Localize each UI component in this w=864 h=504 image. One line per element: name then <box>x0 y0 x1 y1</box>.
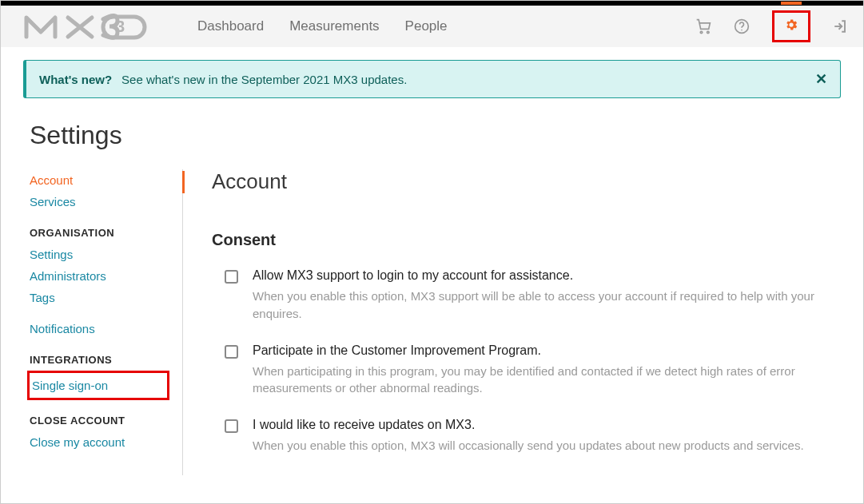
close-icon[interactable]: ✕ <box>815 70 827 88</box>
settings-button-highlight <box>772 10 810 42</box>
sidebar-header-close-account: CLOSE ACCOUNT <box>30 415 173 427</box>
topbar: 3 Dashboard Measurements People <box>1 6 863 47</box>
sidebar-header-integrations: INTEGRATIONS <box>30 354 173 366</box>
consent-option: Allow MX3 support to login to my account… <box>212 268 841 323</box>
cart-icon[interactable] <box>695 18 711 34</box>
checkbox[interactable] <box>225 270 238 284</box>
consent-option: I would like to receive updates on MX3. … <box>212 418 841 454</box>
gear-icon[interactable] <box>784 18 798 32</box>
checkbox[interactable] <box>225 345 238 359</box>
option-label: Participate in the Customer Improvement … <box>253 343 841 358</box>
sidebar-item-account[interactable]: Account <box>30 169 173 191</box>
logo[interactable]: 3 <box>23 13 159 40</box>
sidebar-item-administrators[interactable]: Administrators <box>30 265 173 287</box>
sidebar-header-organisation: ORGANISATION <box>30 227 173 239</box>
sidebar-item-settings[interactable]: Settings <box>30 244 173 265</box>
option-label: Allow MX3 support to login to my account… <box>253 268 841 283</box>
sidebar: Account Services ORGANISATION Settings A… <box>30 169 183 475</box>
content: Account Consent Allow MX3 support to log… <box>183 169 841 475</box>
svg-text:3: 3 <box>116 18 125 35</box>
sidebar-item-close-account[interactable]: Close my account <box>30 431 173 453</box>
sidebar-item-sso[interactable]: Single sign-on <box>30 375 162 396</box>
topbar-right <box>695 10 847 42</box>
option-label: I would like to receive updates on MX3. <box>253 418 804 432</box>
option-desc: When you enable this option, MX3 support… <box>253 288 841 323</box>
sub-title: Consent <box>212 231 841 249</box>
sso-highlight: Single sign-on <box>27 371 169 400</box>
option-desc: When you enable this option, MX3 will oc… <box>253 437 804 454</box>
nav-measurements[interactable]: Measurements <box>289 18 379 34</box>
nav-people[interactable]: People <box>405 18 448 34</box>
main-nav: Dashboard Measurements People <box>197 18 448 34</box>
checkbox[interactable] <box>225 419 238 433</box>
help-icon[interactable] <box>734 18 750 34</box>
page-title: Settings <box>30 121 863 150</box>
svg-point-5 <box>741 30 743 31</box>
banner-title: What's new? <box>39 73 112 86</box>
layout: Account Services ORGANISATION Settings A… <box>1 169 863 475</box>
svg-point-2 <box>700 31 703 34</box>
sidebar-item-notifications[interactable]: Notifications <box>30 318 173 339</box>
section-title: Account <box>212 169 841 194</box>
option-desc: When participating in this program, you … <box>253 363 841 398</box>
sidebar-item-tags[interactable]: Tags <box>30 287 173 308</box>
whats-new-banner: What's new? See what's new in the Septem… <box>23 60 841 98</box>
svg-point-3 <box>707 31 710 34</box>
sidebar-item-services[interactable]: Services <box>30 191 173 212</box>
nav-dashboard[interactable]: Dashboard <box>197 18 264 34</box>
consent-option: Participate in the Customer Improvement … <box>212 343 841 398</box>
logout-icon[interactable] <box>833 19 847 34</box>
banner-text: See what's new in the September 2021 MX3… <box>121 73 407 86</box>
